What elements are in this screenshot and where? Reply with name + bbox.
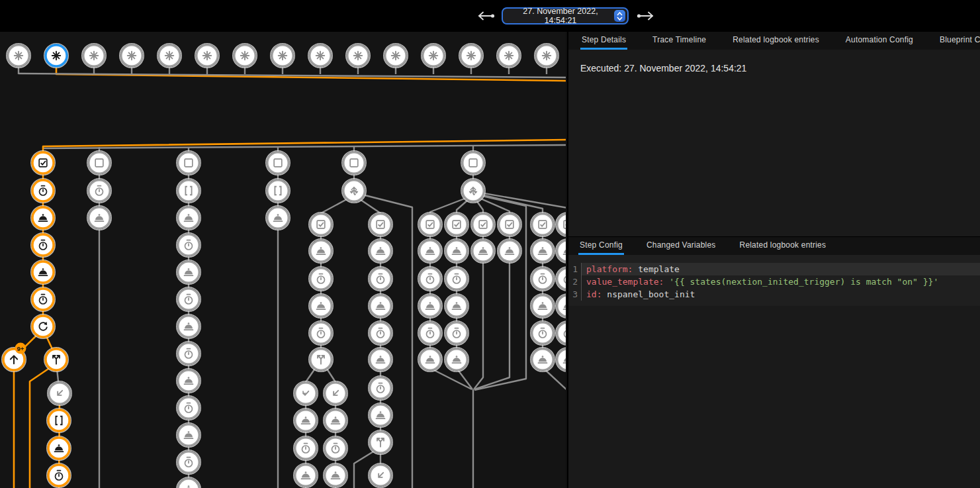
- tab-related-logbook-entries[interactable]: Related logbook entries: [731, 32, 821, 50]
- timer-node[interactable]: [31, 287, 55, 311]
- cloche-node[interactable]: [177, 369, 200, 393]
- cloche-node[interactable]: [471, 239, 495, 263]
- timer-node[interactable]: [309, 321, 333, 345]
- checkbox-blank-node[interactable]: [266, 151, 290, 175]
- asterisk-node[interactable]: [346, 44, 370, 68]
- timer-node[interactable]: [369, 376, 392, 400]
- asterisk-node[interactable]: [308, 44, 332, 68]
- tab-trace-timeline[interactable]: Trace Timeline: [651, 32, 707, 50]
- code-line-2[interactable]: 2value_template: '{{ states(nextion_init…: [568, 275, 980, 288]
- cloche-node[interactable]: [31, 260, 55, 284]
- cloche-node[interactable]: [531, 294, 555, 318]
- checkbox-blank-node[interactable]: [87, 151, 111, 175]
- timer-node[interactable]: [47, 464, 71, 487]
- arrow-bottom-left-node[interactable]: [369, 464, 392, 487]
- trace-run-select[interactable]: 27. November 2022, 14:54:21: [502, 7, 629, 24]
- code-line-3[interactable]: 3id: nspanel_boot_init: [568, 288, 980, 301]
- cloche-node[interactable]: [556, 294, 566, 318]
- brackets-node[interactable]: [177, 179, 200, 203]
- timer-node[interactable]: [31, 179, 55, 203]
- call-split-node[interactable]: [44, 348, 68, 371]
- timer-node[interactable]: [87, 179, 111, 203]
- timer-node[interactable]: [177, 342, 200, 366]
- cloche-node[interactable]: [309, 294, 333, 318]
- previous-run-icon[interactable]: [477, 11, 496, 21]
- timer-node[interactable]: [369, 267, 392, 291]
- asterisk-node[interactable]: [157, 44, 181, 68]
- checkbox-marked-node[interactable]: [309, 213, 333, 236]
- checkbox-marked-node[interactable]: [556, 213, 566, 236]
- asterisk-node[interactable]: [44, 44, 68, 68]
- cloche-node[interactable]: [309, 239, 333, 263]
- cloche-node[interactable]: [445, 348, 468, 371]
- cloche-node[interactable]: [31, 206, 55, 230]
- timer-node[interactable]: [31, 233, 55, 257]
- checkbox-marked-node[interactable]: [445, 213, 468, 236]
- tab-step-details[interactable]: Step Details: [580, 32, 627, 50]
- timer-node[interactable]: [531, 321, 555, 345]
- timer-node[interactable]: [309, 267, 333, 291]
- asterisk-node[interactable]: [535, 44, 558, 68]
- brackets-node[interactable]: [47, 409, 71, 432]
- cloche-node[interactable]: [177, 315, 200, 338]
- timer-node[interactable]: [177, 287, 200, 311]
- tab-step-config[interactable]: Step Config: [578, 237, 624, 255]
- cloche-node[interactable]: [445, 239, 468, 263]
- checkbox-blank-node[interactable]: [461, 151, 485, 175]
- cloche-node[interactable]: [418, 294, 442, 318]
- step-config-code-editor[interactable]: 1platform: template2value_template: '{{ …: [568, 255, 980, 306]
- cloche-node[interactable]: [266, 206, 290, 230]
- cloche-node[interactable]: [324, 464, 347, 487]
- tab-blueprint-config[interactable]: Blueprint Config: [938, 32, 980, 50]
- cloche-node[interactable]: [369, 294, 392, 318]
- timer-node[interactable]: [294, 436, 318, 460]
- cloche-node[interactable]: [294, 464, 318, 487]
- next-run-icon[interactable]: [636, 11, 654, 21]
- asterisk-node[interactable]: [82, 44, 106, 68]
- cloche-node[interactable]: [445, 294, 468, 318]
- checkbox-marked-node[interactable]: [471, 213, 495, 236]
- cloche-node[interactable]: [418, 348, 442, 371]
- checkbox-marked-node[interactable]: [369, 213, 392, 236]
- timer-node[interactable]: [177, 450, 200, 474]
- asterisk-node[interactable]: [384, 44, 408, 68]
- timer-node[interactable]: [531, 267, 555, 291]
- checkbox-marked-node[interactable]: [418, 213, 442, 236]
- arrow-decision-node[interactable]: [461, 179, 485, 203]
- asterisk-node[interactable]: [195, 44, 219, 68]
- cloche-node[interactable]: [87, 206, 111, 230]
- asterisk-node[interactable]: [120, 44, 144, 68]
- cloche-node[interactable]: [418, 239, 442, 263]
- timer-node[interactable]: [177, 233, 200, 257]
- cloche-node[interactable]: [177, 423, 200, 447]
- cloche-node[interactable]: [177, 477, 200, 488]
- call-split-node[interactable]: [369, 430, 392, 454]
- cloche-node[interactable]: [369, 348, 392, 371]
- checkbox-marked-node[interactable]: [531, 213, 555, 236]
- cloche-node[interactable]: [177, 260, 200, 284]
- arrow-bottom-left-node[interactable]: [48, 381, 71, 405]
- tab-related-logbook-entries[interactable]: Related logbook entries: [738, 237, 828, 255]
- brackets-node[interactable]: [266, 179, 290, 203]
- checkbox-marked-node[interactable]: [498, 213, 521, 236]
- asterisk-node[interactable]: [7, 44, 30, 68]
- cloche-node[interactable]: [498, 239, 521, 263]
- cloche-node[interactable]: [531, 239, 555, 263]
- arrow-bottom-left-node[interactable]: [324, 381, 347, 405]
- asterisk-node[interactable]: [422, 44, 445, 68]
- asterisk-node[interactable]: [271, 44, 294, 68]
- cloche-node[interactable]: [47, 436, 71, 460]
- cloche-node[interactable]: [556, 239, 566, 263]
- timer-node[interactable]: [445, 267, 468, 291]
- tab-changed-variables[interactable]: Changed Variables: [645, 237, 717, 255]
- asterisk-node[interactable]: [459, 44, 483, 68]
- arrow-decision-node[interactable]: [342, 179, 366, 203]
- cloche-node[interactable]: [531, 348, 555, 371]
- checkbox-marked-node[interactable]: [31, 151, 55, 175]
- checkbox-blank-node[interactable]: [342, 151, 366, 175]
- timer-node[interactable]: [369, 321, 392, 345]
- asterisk-node[interactable]: [233, 44, 257, 68]
- check-arrow-node[interactable]: [294, 381, 318, 405]
- asterisk-node[interactable]: [497, 44, 521, 68]
- cloche-node[interactable]: [177, 206, 200, 230]
